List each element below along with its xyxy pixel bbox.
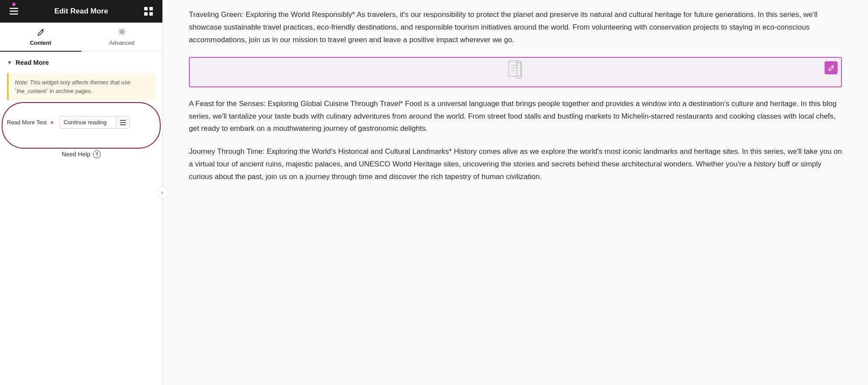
collapse-panel-arrow[interactable]: ‹ — [156, 186, 168, 199]
text-input-wrap — [59, 116, 130, 129]
svg-rect-4 — [149, 7, 153, 10]
content-paragraph-1: Traveling Green: Exploring the World Res… — [189, 9, 842, 46]
grid-menu-icon[interactable] — [142, 4, 155, 18]
widget-document-icon — [507, 60, 524, 84]
content-paragraph-3: Journey Through Time: Exploring the Worl… — [189, 146, 842, 183]
hamburger-menu-icon[interactable] — [7, 4, 21, 18]
tab-content[interactable]: Content — [0, 23, 81, 51]
svg-rect-10 — [120, 124, 126, 125]
tabs-bar: Content Advanced — [0, 23, 162, 52]
need-help-button[interactable]: Need Help ? — [7, 150, 155, 158]
note-box: Note: This widget only affects themes th… — [7, 73, 155, 100]
right-panel: Traveling Green: Exploring the World Res… — [163, 0, 868, 385]
content-paragraph-2: A Feast for the Senses: Exploring Global… — [189, 98, 842, 136]
svg-rect-3 — [144, 7, 148, 10]
svg-rect-2 — [10, 13, 18, 15]
left-panel: Edit Read More Content — [0, 0, 163, 385]
read-more-widget[interactable] — [189, 57, 842, 87]
field-row: Read More Text ✦ — [7, 116, 155, 129]
svg-rect-8 — [120, 120, 126, 121]
svg-rect-0 — [10, 8, 18, 9]
svg-rect-5 — [144, 12, 148, 16]
note-text: Note: This widget only affects themes th… — [15, 78, 149, 95]
help-icon: ? — [93, 150, 101, 158]
need-help-label: Need Help — [62, 151, 90, 158]
svg-rect-6 — [149, 12, 153, 16]
field-row-container: Read More Text ✦ — [7, 109, 155, 142]
top-bar: Edit Read More — [0, 0, 162, 23]
svg-point-7 — [121, 30, 123, 33]
content-tab-icon — [37, 28, 45, 38]
advanced-tab-icon — [118, 28, 126, 38]
tab-advanced[interactable]: Advanced — [81, 23, 162, 51]
tab-advanced-label: Advanced — [109, 40, 135, 46]
tab-content-label: Content — [30, 40, 51, 46]
page-title: Edit Read More — [54, 7, 108, 16]
read-more-section-header[interactable]: ▼ Read More — [7, 59, 155, 66]
sparkle-icon: ✦ — [50, 119, 55, 126]
section-toggle-icon: ▼ — [7, 60, 12, 66]
svg-rect-12 — [508, 61, 517, 76]
widget-edit-button[interactable] — [825, 61, 838, 74]
field-label: Read More Text ✦ — [7, 119, 55, 126]
svg-rect-9 — [120, 122, 126, 123]
section-panel: ▼ Read More Note: This widget only affec… — [0, 52, 162, 385]
input-menu-icon-btn[interactable] — [116, 117, 129, 128]
svg-rect-1 — [10, 11, 18, 12]
read-more-text-input[interactable] — [59, 116, 116, 128]
dot-indicator — [12, 3, 16, 6]
section-title: Read More — [16, 59, 49, 66]
